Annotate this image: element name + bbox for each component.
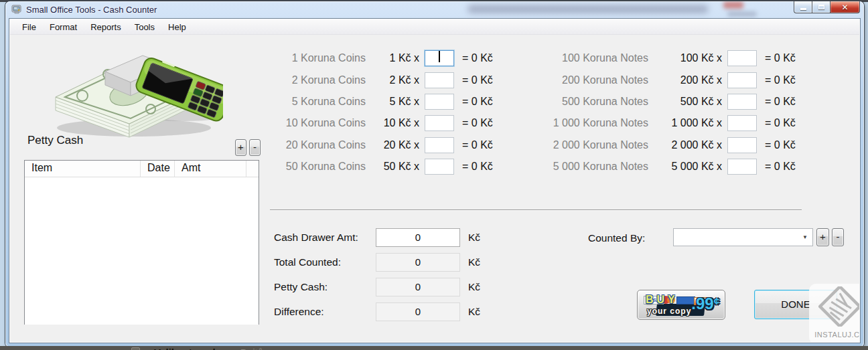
instaluj-watermark: INSTALUJ.CZ (809, 284, 859, 342)
coin-unit: 10 Kč x (366, 117, 419, 129)
currency-label: Kč (468, 256, 480, 268)
note-label: 2 000 Koruna Notes (516, 139, 648, 151)
note-qty-input[interactable] (727, 137, 757, 153)
buy-button[interactable]: VISA BUY your copy .99¢ (637, 290, 725, 320)
difference-label: Difference: (274, 306, 376, 318)
coin-result: = 0 Kč (462, 139, 493, 151)
note-result: = 0 Kč (765, 96, 796, 108)
coin-qty-input[interactable] (425, 159, 454, 175)
note-result: = 0 Kč (765, 74, 796, 86)
column-header-date[interactable]: Date (140, 161, 174, 177)
petty-cash-label: Petty Cash (27, 134, 83, 147)
maximize-button[interactable] (812, 1, 830, 13)
counted-by-remove-button[interactable]: - (832, 228, 844, 246)
menu-format[interactable]: Format (43, 20, 84, 34)
note-row: 5 000 Koruna Notes 5 000 Kč x = 0 Kč (516, 156, 796, 177)
column-header-amt[interactable]: Amt (174, 161, 246, 177)
chevron-down-icon: ▼ (802, 234, 808, 240)
coin-qty-input[interactable] (425, 137, 454, 153)
maximize-icon (818, 5, 824, 9)
cash-drawer-row: Cash Drawer Amt: 0 Kč (274, 228, 480, 248)
coin-label: 50 Koruna Coins (259, 161, 366, 173)
currency-label: Kč (468, 281, 480, 293)
cash-drawer-input[interactable]: 0 (376, 228, 460, 247)
menu-help[interactable]: Help (161, 20, 193, 34)
coin-unit: 50 Kč x (366, 161, 419, 173)
notes-section: 100 Koruna Notes 100 Kč x = 0 Kč 200 Kor… (516, 48, 796, 177)
counted-by-dropdown[interactable]: ▼ (673, 228, 813, 246)
column-header-item[interactable]: Item (25, 161, 140, 177)
coin-qty-input[interactable] (425, 94, 454, 110)
coin-row: 2 Koruna Coins 2 Kč x = 0 Kč (259, 69, 493, 90)
background-blur-smudge (727, 11, 757, 17)
close-button[interactable]: ✕ (830, 1, 860, 13)
background-text: Velikost souboruBajtů (154, 347, 263, 350)
close-icon: ✕ (841, 3, 848, 11)
note-label: 200 Koruna Notes (516, 74, 648, 86)
note-qty-input[interactable] (727, 94, 757, 110)
coin-qty-input[interactable] (425, 115, 454, 131)
cent-sign: ¢ (714, 295, 719, 307)
window-title: Small Office Tools - Cash Counter (26, 5, 157, 15)
menu-reports[interactable]: Reports (84, 20, 128, 34)
counted-by-add-button[interactable]: + (816, 228, 829, 246)
note-row: 500 Koruna Notes 500 Kč x = 0 Kč (516, 91, 796, 112)
counted-by-label: Counted By: (588, 232, 645, 244)
app-icon (11, 4, 22, 15)
coin-result: = 0 Kč (462, 117, 493, 129)
currency-label: Kč (468, 232, 480, 244)
coin-label: 20 Koruna Coins (259, 139, 366, 151)
difference-row: Difference: 0 Kč (274, 302, 480, 322)
text-caret (439, 51, 440, 62)
buy-text: BUY (646, 294, 678, 306)
note-qty-input[interactable] (727, 159, 757, 175)
coin-row: 50 Koruna Coins 50 Kč x = 0 Kč (259, 156, 493, 177)
background-blur-smudge (467, 5, 709, 13)
coin-label: 5 Koruna Coins (259, 96, 366, 108)
note-qty-input[interactable] (727, 72, 757, 88)
buy-copy-text: your copy (647, 307, 691, 316)
minimize-button[interactable] (794, 1, 812, 13)
currency-label: Kč (468, 306, 480, 318)
app-window: Small Office Tools - Cash Counter ✕ File… (5, 1, 864, 347)
petty-cash-add-button[interactable]: + (235, 139, 246, 156)
note-row: 1 000 Koruna Notes 1 000 Kč x = 0 Kč (516, 112, 796, 134)
petty-cash-table-body[interactable] (25, 177, 259, 325)
coins-section: 1 Koruna Coins 1 Kč x = 0 Kč 2 Koruna Co… (259, 48, 493, 177)
note-unit: 100 Kč x (648, 52, 722, 64)
coin-qty-input[interactable] (425, 72, 454, 88)
background-blur-smudge-red (723, 1, 743, 9)
coin-label: 10 Koruna Coins (259, 117, 366, 129)
petty-cash-total-value: 0 (376, 278, 460, 296)
note-result: = 0 Kč (765, 161, 796, 173)
total-counted-row: Total Counted: 0 Kč (274, 252, 480, 272)
petty-cash-table-header: Item Date Amt (25, 161, 259, 177)
coin-unit: 5 Kč x (366, 96, 419, 108)
note-qty-input[interactable] (727, 115, 757, 131)
coin-result: = 0 Kč (462, 52, 493, 64)
coin-unit: 2 Kč x (366, 74, 419, 86)
watermark-text: INSTALUJ.CZ (809, 331, 859, 339)
petty-cash-total-row: Petty Cash: 0 Kč (274, 277, 480, 297)
titlebar[interactable]: Small Office Tools - Cash Counter ✕ (5, 1, 864, 19)
menu-tools[interactable]: Tools (128, 20, 161, 34)
totals-section: Cash Drawer Amt: 0 Kč Total Counted: 0 K… (274, 228, 480, 327)
petty-cash-total-label: Petty Cash: (274, 281, 376, 293)
coin-row: 20 Koruna Coins 20 Kč x = 0 Kč (259, 135, 493, 156)
note-result: = 0 Kč (765, 52, 796, 64)
background-checkbox (131, 347, 140, 350)
coin-row: 1 Koruna Coins 1 Kč x = 0 Kč (259, 48, 493, 69)
coin-row: 10 Koruna Coins 10 Kč x = 0 Kč (259, 112, 493, 134)
client-area: File Format Reports Tools Help (9, 19, 860, 343)
note-unit: 200 Kč x (648, 74, 722, 86)
note-result: = 0 Kč (765, 117, 796, 129)
note-label: 500 Koruna Notes (516, 96, 648, 108)
content-area: Petty Cash + - Item Date Amt 1 Koruna Co… (10, 35, 859, 342)
note-qty-input[interactable] (727, 50, 757, 66)
column-header-spacer (246, 161, 259, 177)
coin-label: 1 Koruna Coins (259, 52, 366, 64)
note-unit: 5 000 Kč x (648, 161, 722, 173)
menu-file[interactable]: File (15, 20, 43, 34)
note-unit: 2 000 Kč x (648, 139, 722, 151)
petty-cash-table[interactable]: Item Date Amt (24, 160, 259, 325)
